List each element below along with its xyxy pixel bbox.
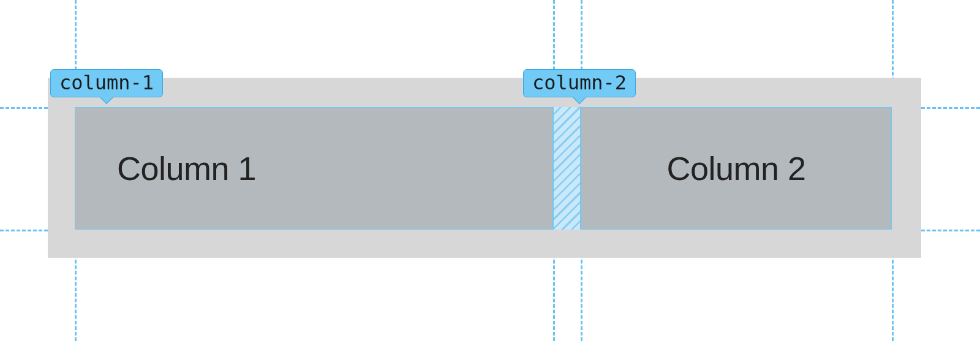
grid-line-label-column-1: column-1 [50,69,163,97]
grid-column-gap [553,107,581,230]
grid-line-label-text: column-1 [59,71,154,94]
grid-line-label-column-2: column-2 [523,69,636,97]
grid-column-1-label: Column 1 [117,149,256,187]
grid-column-2-label: Column 2 [666,149,805,187]
grid-column-1: Column 1 [75,107,553,230]
grid-column-2: Column 2 [581,107,892,230]
grid-line-label-text: column-2 [532,71,627,94]
